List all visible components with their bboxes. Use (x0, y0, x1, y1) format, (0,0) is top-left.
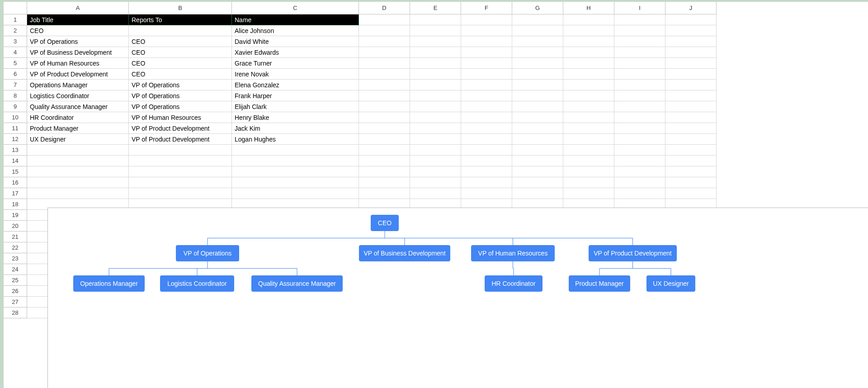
row-header[interactable]: 21 (4, 232, 27, 242)
cell[interactable] (359, 14, 410, 25)
cell[interactable] (614, 80, 665, 90)
row-header[interactable]: 11 (4, 123, 27, 134)
cell[interactable] (461, 58, 512, 69)
cell[interactable] (461, 25, 512, 36)
column-header-i[interactable]: I (614, 2, 665, 14)
row-header[interactable]: 8 (4, 90, 27, 101)
cell[interactable] (614, 47, 665, 58)
cell[interactable] (563, 123, 614, 134)
row-header[interactable]: 6 (4, 69, 27, 80)
cell[interactable] (27, 145, 129, 156)
cell[interactable] (410, 123, 461, 134)
cell[interactable]: Henry Blake (232, 112, 359, 123)
cell[interactable] (665, 69, 717, 80)
org-node[interactable]: VP of Human Resources (471, 245, 555, 261)
cell[interactable] (410, 134, 461, 145)
row-header[interactable]: 15 (4, 166, 27, 177)
cell[interactable] (129, 188, 232, 199)
org-node[interactable]: HR Coordinator (485, 275, 542, 292)
table-header-cell[interactable]: Job Title (27, 14, 129, 25)
cell[interactable]: Irene Novak (232, 69, 359, 80)
cell[interactable] (410, 156, 461, 166)
column-header-j[interactable]: J (665, 2, 717, 14)
cell[interactable] (129, 156, 232, 166)
cell[interactable] (359, 69, 410, 80)
cell[interactable] (563, 90, 614, 101)
cell[interactable] (665, 123, 717, 134)
cell[interactable] (563, 14, 614, 25)
org-node[interactable]: Product Manager (569, 275, 630, 292)
row-header[interactable]: 2 (4, 25, 27, 36)
cell[interactable] (461, 177, 512, 188)
cell[interactable]: CEO (129, 58, 232, 69)
row-header[interactable]: 3 (4, 36, 27, 47)
cell[interactable] (512, 177, 563, 188)
cell[interactable] (665, 112, 717, 123)
cell[interactable] (27, 188, 129, 199)
org-node[interactable]: VP of Operations (176, 245, 239, 261)
cell[interactable] (359, 90, 410, 101)
cell[interactable] (614, 90, 665, 101)
cell[interactable]: Product Manager (27, 123, 129, 134)
cell[interactable]: HR Coordinator (27, 112, 129, 123)
cell[interactable] (563, 36, 614, 47)
cell[interactable] (461, 188, 512, 199)
row-header[interactable]: 18 (4, 199, 27, 210)
column-header-f[interactable]: F (461, 2, 512, 14)
row-header[interactable]: 26 (4, 286, 27, 297)
cell[interactable] (512, 69, 563, 80)
cell[interactable] (129, 166, 232, 177)
cell[interactable]: Logan Hughes (232, 134, 359, 145)
org-node[interactable]: Operations Manager (73, 275, 145, 292)
cell[interactable] (665, 188, 717, 199)
cell[interactable] (410, 166, 461, 177)
row-header[interactable]: 13 (4, 145, 27, 156)
cell[interactable] (665, 101, 717, 112)
cell[interactable] (563, 145, 614, 156)
cell[interactable] (665, 80, 717, 90)
cell[interactable] (359, 112, 410, 123)
cell[interactable] (359, 188, 410, 199)
cell[interactable] (614, 156, 665, 166)
cell[interactable]: VP of Product Development (129, 123, 232, 134)
row-header[interactable]: 10 (4, 112, 27, 123)
row-header[interactable]: 22 (4, 242, 27, 253)
cell[interactable] (359, 47, 410, 58)
cell[interactable] (410, 58, 461, 69)
column-header-g[interactable]: G (512, 2, 563, 14)
cell[interactable]: VP of Human Resources (27, 58, 129, 69)
cell[interactable]: David White (232, 36, 359, 47)
row-header[interactable]: 27 (4, 297, 27, 308)
cell[interactable]: Operations Manager (27, 80, 129, 90)
org-node[interactable]: VP of Product Development (589, 245, 677, 261)
cell[interactable] (563, 58, 614, 69)
cell[interactable]: VP of Operations (129, 80, 232, 90)
table-header-cell[interactable]: Name (232, 14, 359, 25)
cell[interactable]: CEO (129, 36, 232, 47)
cell[interactable] (512, 14, 563, 25)
cell[interactable] (410, 36, 461, 47)
cell[interactable] (27, 156, 129, 166)
cell[interactable] (410, 80, 461, 90)
org-node[interactable]: CEO (371, 215, 399, 231)
cell[interactable] (665, 36, 717, 47)
table-header-cell[interactable]: Reports To (129, 14, 232, 25)
cell[interactable] (665, 166, 717, 177)
cell[interactable] (512, 188, 563, 199)
cell[interactable] (614, 134, 665, 145)
cell[interactable]: Logistics Coordinator (27, 90, 129, 101)
cell[interactable] (563, 112, 614, 123)
row-header[interactable]: 5 (4, 58, 27, 69)
cell[interactable] (359, 58, 410, 69)
cell[interactable]: Elijah Clark (232, 101, 359, 112)
cell[interactable] (563, 188, 614, 199)
cell[interactable]: VP of Operations (129, 90, 232, 101)
row-header[interactable]: 1 (4, 14, 27, 25)
row-header[interactable]: 14 (4, 156, 27, 166)
cell[interactable]: CEO (129, 69, 232, 80)
cell[interactable] (512, 80, 563, 90)
cell[interactable] (665, 177, 717, 188)
cell[interactable] (461, 123, 512, 134)
cell[interactable] (461, 166, 512, 177)
cell[interactable]: VP of Product Development (27, 69, 129, 80)
